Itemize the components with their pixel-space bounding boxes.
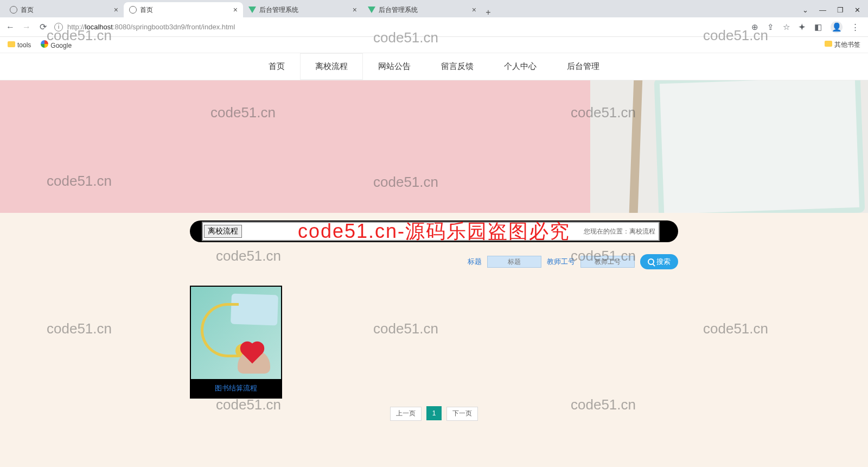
close-tab-icon[interactable]: ×: [472, 5, 476, 14]
bookmark-star-icon[interactable]: ☆: [783, 22, 790, 32]
notebook-graphic: [654, 80, 865, 213]
zoom-icon[interactable]: ⊕: [751, 22, 758, 32]
maximize-icon[interactable]: ❐: [837, 6, 844, 14]
close-window-icon[interactable]: ✕: [854, 6, 860, 14]
close-tab-icon[interactable]: ×: [233, 5, 238, 14]
new-tab-button[interactable]: +: [482, 8, 495, 17]
search-button[interactable]: 搜索: [640, 254, 678, 269]
process-card[interactable]: 图书结算流程: [190, 286, 282, 399]
section-title: 离校流程: [204, 225, 242, 238]
nav-item[interactable]: 后台管理: [552, 53, 615, 80]
hero-banner: [0, 80, 868, 213]
nav-item[interactable]: 个人中心: [489, 53, 552, 80]
nav-item[interactable]: 首页: [253, 53, 300, 80]
pagination: 上一页 1 下一页: [190, 406, 678, 421]
forward-button[interactable]: →: [22, 22, 31, 32]
search-icon: [648, 258, 654, 265]
share-icon[interactable]: ⇪: [767, 22, 774, 32]
vue-icon: [248, 6, 256, 14]
close-tab-icon[interactable]: ×: [114, 5, 118, 14]
tab-title: 后台管理系统: [379, 5, 469, 15]
page-number[interactable]: 1: [426, 406, 442, 420]
globe-icon: [129, 6, 137, 14]
site-info-icon[interactable]: i: [54, 23, 63, 31]
url-path: :8080/springbootb3dn9/front/index.html: [113, 23, 235, 31]
search-label-title: 标题: [468, 257, 482, 267]
search-input-teacher[interactable]: [580, 256, 635, 268]
nav-item[interactable]: 留言反馈: [426, 53, 489, 80]
pen-graphic: [628, 80, 643, 213]
page-prev[interactable]: 上一页: [390, 407, 422, 421]
page-next[interactable]: 下一页: [446, 407, 478, 421]
extensions-icon[interactable]: ✦: [799, 22, 806, 32]
window-controls: ⌄ — ❐ ✕: [795, 2, 868, 17]
folder-icon: [8, 41, 15, 47]
breadcrumb: 您现在的位置：离校流程: [584, 227, 655, 236]
menu-icon[interactable]: ⋮: [851, 22, 859, 32]
close-tab-icon[interactable]: ×: [353, 5, 357, 14]
globe-icon: [10, 6, 17, 14]
back-button[interactable]: ←: [5, 22, 15, 32]
address-bar: ← → ⟳ i http://localhost:8080/springboot…: [0, 17, 868, 37]
reload-button[interactable]: ⟳: [38, 22, 48, 32]
google-icon: [41, 40, 48, 48]
url-prefix: http://: [67, 23, 85, 31]
profile-avatar[interactable]: 👤: [831, 21, 843, 33]
watermark-red: code51.cn-源码乐园盗图必究: [298, 218, 570, 245]
tab-title: 首页: [140, 5, 230, 15]
vue-icon: [368, 6, 375, 14]
browser-tab-strip: 首页×首页×后台管理系统×后台管理系统× + ⌄ — ❐ ✕: [0, 0, 868, 17]
browser-tab[interactable]: 首页×: [4, 2, 124, 17]
search-label-teacher: 教师工号: [547, 257, 575, 267]
search-input-title[interactable]: [487, 256, 541, 268]
browser-tab[interactable]: 后台管理系统×: [362, 2, 482, 17]
search-row: 标题 教师工号 搜索: [190, 254, 678, 269]
card-grid: 图书结算流程: [190, 286, 678, 399]
page-body: 离校流程 您现在的位置：离校流程 标题 教师工号 搜索 图书结算流程 上一页 1…: [0, 213, 868, 467]
minimize-icon[interactable]: —: [819, 6, 826, 14]
bookmarks-bar: tools Google 其他书签: [0, 37, 868, 53]
bookmark-other[interactable]: 其他书签: [825, 40, 860, 49]
folder-icon: [825, 41, 832, 47]
bookmark-google[interactable]: Google: [41, 40, 72, 49]
browser-tab[interactable]: 首页×: [124, 2, 243, 17]
tab-title: 后台管理系统: [259, 5, 349, 15]
nav-item[interactable]: 离校流程: [300, 53, 363, 80]
chevron-down-icon[interactable]: ⌄: [802, 6, 808, 14]
card-caption: 图书结算流程: [191, 379, 281, 397]
url-host: localhost: [85, 23, 113, 31]
tab-title: 首页: [21, 5, 111, 15]
main-nav: 首页离校流程网站公告留言反馈个人中心后台管理: [0, 53, 868, 80]
sidepanel-icon[interactable]: ◧: [814, 22, 822, 32]
url-box[interactable]: i http://localhost:8080/springbootb3dn9/…: [54, 23, 745, 31]
browser-tab[interactable]: 后台管理系统×: [243, 2, 362, 17]
nav-item[interactable]: 网站公告: [363, 53, 426, 80]
bookmark-tools[interactable]: tools: [8, 41, 31, 49]
card-thumbnail: [191, 287, 281, 379]
